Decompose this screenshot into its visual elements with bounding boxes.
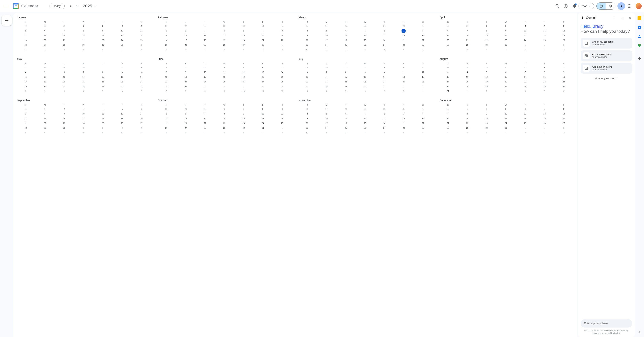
day-cell[interactable]: 4 <box>195 130 214 135</box>
day-cell[interactable]: 28 <box>516 84 535 89</box>
day-cell[interactable]: 28 <box>74 84 93 89</box>
day-cell[interactable]: 7 <box>317 70 336 75</box>
day-cell[interactable]: 24 <box>74 121 93 126</box>
day-cell[interactable]: 17 <box>195 75 214 79</box>
day-cell[interactable]: 6 <box>477 47 496 52</box>
day-cell[interactable]: 30 <box>35 24 55 28</box>
day-cell[interactable]: 20 <box>375 121 394 126</box>
today-button[interactable]: Today <box>50 3 64 9</box>
day-cell[interactable]: 6 <box>157 89 176 94</box>
day-cell[interactable]: 9 <box>112 70 132 75</box>
day-cell[interactable]: 7 <box>195 111 214 116</box>
day-cell[interactable]: 25 <box>535 38 554 43</box>
day-cell[interactable]: 11 <box>272 111 292 116</box>
day-cell[interactable]: 3 <box>496 89 516 94</box>
day-cell[interactable]: 22 <box>157 79 176 84</box>
day-cell[interactable]: 8 <box>477 28 496 33</box>
day-cell[interactable]: 1 <box>272 126 292 130</box>
day-cell[interactable]: 17 <box>317 38 336 43</box>
day-cell[interactable]: 21 <box>317 79 336 84</box>
day-cell[interactable]: 5 <box>554 24 574 28</box>
gemini-suggestion[interactable]: Add a lunch eventto my calendar <box>580 63 632 73</box>
day-cell[interactable]: 28 <box>394 24 414 28</box>
day-cell[interactable]: 12 <box>413 70 432 75</box>
day-cell[interactable]: 15 <box>477 33 496 38</box>
day-cell[interactable]: 6 <box>112 89 132 94</box>
day-cell[interactable]: 25 <box>132 38 151 43</box>
day-cell[interactable]: 30 <box>298 130 317 135</box>
day-cell[interactable]: 18 <box>272 116 292 121</box>
day-cell[interactable]: 6 <box>234 130 253 135</box>
day-cell[interactable]: 26 <box>477 84 496 89</box>
day-cell[interactable]: 3 <box>195 65 214 70</box>
day-cell[interactable]: 5 <box>214 47 234 52</box>
day-cell[interactable]: 23 <box>477 121 496 126</box>
day-cell[interactable]: 5 <box>477 70 496 75</box>
day-cell[interactable]: 9 <box>298 33 317 38</box>
tasks-layout-button[interactable] <box>606 3 615 9</box>
day-cell[interactable]: 25 <box>93 121 112 126</box>
day-cell[interactable]: 30 <box>356 84 375 89</box>
day-cell[interactable]: 13 <box>35 33 55 38</box>
day-cell[interactable]: 8 <box>516 47 535 52</box>
day-cell[interactable]: 14 <box>195 116 214 121</box>
day-cell[interactable]: 4 <box>54 47 74 52</box>
day-cell[interactable]: 30 <box>176 84 196 89</box>
day-cell[interactable]: 29 <box>214 24 234 28</box>
day-cell[interactable]: 28 <box>195 126 214 130</box>
day-cell[interactable]: 3 <box>375 65 394 70</box>
day-cell[interactable]: 27 <box>234 43 253 47</box>
help-icon[interactable]: ? <box>562 2 570 10</box>
day-cell[interactable]: 27 <box>496 84 516 89</box>
day-cell[interactable]: 11 <box>394 70 414 75</box>
day-cell[interactable]: 14 <box>16 116 35 121</box>
day-cell[interactable]: 4 <box>93 107 112 111</box>
day-cell[interactable]: 19 <box>234 75 253 79</box>
day-cell[interactable]: 4 <box>336 111 356 116</box>
day-cell[interactable]: 12 <box>356 116 375 121</box>
day-cell[interactable]: 8 <box>516 130 535 135</box>
day-cell[interactable]: 2 <box>336 130 356 135</box>
day-cell[interactable]: 7 <box>496 130 516 135</box>
day-cell[interactable]: 30 <box>234 126 253 130</box>
day-cell[interactable]: 28 <box>438 126 458 130</box>
day-cell[interactable]: 25 <box>336 126 356 130</box>
day-cell[interactable]: 7 <box>54 28 74 33</box>
day-cell[interactable]: 19 <box>356 121 375 126</box>
day-cell[interactable]: 4 <box>458 70 477 75</box>
day-cell[interactable]: 6 <box>438 28 458 33</box>
day-cell[interactable]: 30 <box>234 24 253 28</box>
day-cell[interactable]: 2 <box>157 47 176 52</box>
day-cell[interactable]: 23 <box>298 126 317 130</box>
day-cell[interactable]: 14 <box>394 33 414 38</box>
day-cell[interactable]: 17 <box>176 38 196 43</box>
day-cell[interactable]: 8 <box>272 47 292 52</box>
day-cell[interactable]: 20 <box>554 116 574 121</box>
day-cell[interactable]: 26 <box>356 24 375 28</box>
day-cell[interactable]: 19 <box>35 79 55 84</box>
day-cell[interactable]: 16 <box>157 38 176 43</box>
day-cell[interactable]: 30 <box>438 24 458 28</box>
day-cell[interactable]: 5 <box>16 28 35 33</box>
day-cell[interactable]: 7 <box>253 28 273 33</box>
day-cell[interactable]: 20 <box>54 79 74 84</box>
day-cell[interactable]: 11 <box>458 75 477 79</box>
day-cell[interactable]: 16 <box>554 75 574 79</box>
day-cell[interactable]: 1 <box>535 65 554 70</box>
day-cell[interactable]: 1 <box>157 65 176 70</box>
day-cell[interactable]: 8 <box>394 89 414 94</box>
day-cell[interactable]: 5 <box>336 89 356 94</box>
day-cell[interactable]: 2 <box>298 111 317 116</box>
day-cell[interactable]: 1 <box>74 24 93 28</box>
day-cell[interactable]: 6 <box>496 70 516 75</box>
day-cell[interactable]: 28 <box>458 43 477 47</box>
day-cell[interactable]: 16 <box>54 116 74 121</box>
day-cell[interactable]: 31 <box>112 43 132 47</box>
day-cell[interactable]: 22 <box>214 121 234 126</box>
day-cell[interactable]: 28 <box>336 107 356 111</box>
day-cell[interactable]: 3 <box>132 65 151 70</box>
day-cell[interactable]: 26 <box>535 121 554 126</box>
day-cell[interactable]: 19 <box>16 38 35 43</box>
tasks-icon[interactable] <box>636 23 643 31</box>
day-cell[interactable]: 21 <box>272 75 292 79</box>
